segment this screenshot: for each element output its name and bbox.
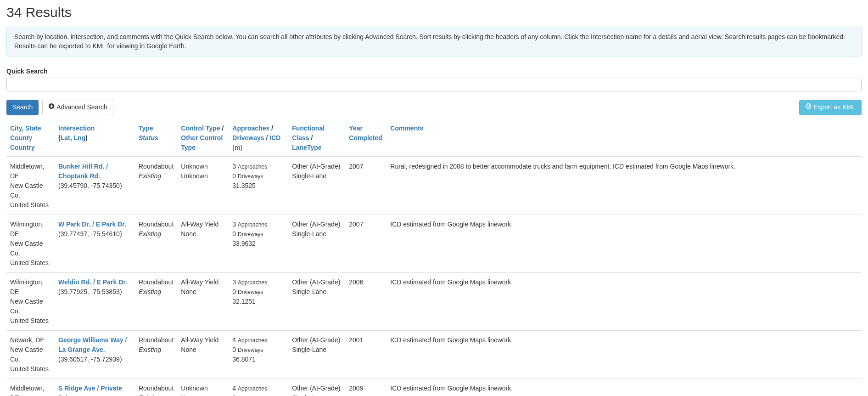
- cell-comments: ICD estimated from Google Maps linework.: [386, 215, 862, 273]
- cell-comments: ICD estimated from Google Maps linework.: [386, 379, 862, 396]
- page-title: 34 Results: [6, 5, 862, 20]
- cell-approaches: 3 Approaches0 Driveways33.9632: [229, 215, 288, 273]
- table-header-row: City, State County Country Intersection …: [6, 120, 862, 157]
- cell-functional: Other (At-Grade)Single-Lane: [288, 215, 345, 273]
- advanced-search-button[interactable]: Advanced Search: [42, 100, 113, 115]
- country: United States: [10, 316, 51, 326]
- quick-search-input[interactable]: [6, 78, 862, 91]
- header-other-control-type[interactable]: Other Control Type: [181, 134, 223, 151]
- intersection-link[interactable]: W Park Dr. / E Park Dr.: [58, 221, 126, 228]
- header-country[interactable]: Country: [10, 144, 35, 151]
- icd-value: 32.1251: [232, 297, 285, 306]
- comments: ICD estimated from Google Maps linework.: [390, 220, 858, 229]
- status: Existing: [139, 229, 174, 239]
- header-city-state[interactable]: City, State: [10, 124, 41, 132]
- cell-approaches: 3 Approaches0 Driveways32.1251: [229, 273, 288, 331]
- cell-location: Middletown, DENew Castle Co.United State…: [6, 379, 55, 396]
- cell-approaches: 4 Approaches0 Driveways36.8071: [229, 331, 288, 379]
- header-approaches[interactable]: Approaches: [232, 124, 269, 132]
- cell-type: RoundaboutExisting: [135, 379, 177, 396]
- approaches-label: Approaches: [238, 337, 267, 344]
- control-type: Unknown: [181, 384, 225, 393]
- header-lane-type[interactable]: LaneType: [292, 144, 321, 151]
- intersection-link[interactable]: S Ridge Ave / Private Driveway: [58, 385, 122, 396]
- col-control[interactable]: Control Type / Other Control Type: [177, 120, 229, 157]
- approaches-label: Approaches: [238, 221, 267, 228]
- year: 2001: [349, 335, 383, 345]
- svg-rect-2: [50, 106, 53, 107]
- toolbar: Search Advanced Search Export as KML: [6, 100, 862, 115]
- icd-value: 31.3525: [232, 181, 285, 191]
- intersection-link[interactable]: Weldin Rd. / E Park Dr.: [58, 278, 127, 286]
- cell-intersection: Weldin Rd. / E Park Dr.(39.77925, -75.53…: [55, 273, 135, 331]
- city-state: Wilmington, DE: [10, 220, 51, 239]
- latlng: (39.77437, -75.54610): [58, 229, 131, 239]
- table-row: Middletown, DENew Castle Co.United State…: [6, 157, 862, 215]
- export-kml-button[interactable]: Export as KML: [799, 100, 862, 115]
- intersection-link[interactable]: Bunker Hill Rd. / Choptank Rd.: [58, 163, 108, 180]
- header-status[interactable]: Status: [139, 134, 158, 141]
- cell-control: UnknownNone: [177, 379, 229, 396]
- lane-type: Single-Lane: [292, 171, 342, 181]
- approaches-count: 4: [232, 385, 236, 392]
- approaches-count: 3: [232, 278, 236, 286]
- status: Existing: [139, 287, 174, 297]
- col-approaches[interactable]: Approaches / Driveways / ICD (m): [229, 120, 288, 157]
- city-state: Middletown, DE: [10, 384, 51, 396]
- cell-intersection: George Williams Way / La Grange Ave.(39.…: [55, 331, 135, 379]
- col-intersection[interactable]: Intersection (Lat, Lng): [55, 120, 135, 157]
- functional-class: Other (At-Grade): [292, 384, 342, 393]
- cell-year: 2007: [345, 215, 386, 273]
- county: New Castle Co.: [10, 297, 51, 316]
- intersection-link[interactable]: George Williams Way / La Grange Ave.: [58, 336, 127, 353]
- status: Existing: [139, 393, 174, 396]
- cell-type: RoundaboutExisting: [135, 331, 177, 379]
- search-button[interactable]: Search: [6, 100, 39, 115]
- col-location[interactable]: City, State County Country: [6, 120, 55, 157]
- approaches-count: 3: [232, 163, 236, 170]
- approaches-label: Approaches: [238, 164, 267, 170]
- col-year[interactable]: Year Completed: [345, 120, 386, 157]
- col-type[interactable]: Type Status: [135, 120, 177, 157]
- control-type: All-Way Yield: [181, 220, 225, 229]
- cell-functional: Other (At-Grade)Single-Lane: [288, 379, 345, 396]
- cell-intersection: Bunker Hill Rd. / Choptank Rd.(39.45790,…: [55, 157, 135, 215]
- city-state: Wilmington, DE: [10, 277, 51, 297]
- comments: Rural, redesigned in 2008 to better acco…: [390, 162, 858, 171]
- col-comments[interactable]: Comments: [386, 120, 862, 157]
- header-comments[interactable]: Comments: [390, 124, 423, 132]
- search-button-label: Search: [12, 103, 33, 112]
- year: 2006: [349, 277, 383, 287]
- type: Roundabout: [139, 335, 174, 345]
- header-driveways[interactable]: Driveways: [232, 134, 264, 141]
- header-functional-class[interactable]: Functional Class: [292, 124, 325, 141]
- functional-class: Other (At-Grade): [292, 335, 342, 345]
- table-row: Wilmington, DENew Castle Co.United State…: [6, 215, 862, 273]
- other-control-type: None: [181, 229, 225, 239]
- header-lng[interactable]: Lng: [73, 134, 85, 141]
- driveways-label: Driveways: [238, 173, 263, 180]
- cell-location: Wilmington, DENew Castle Co.United State…: [6, 273, 55, 331]
- year: 2007: [349, 162, 383, 171]
- table-row: Middletown, DENew Castle Co.United State…: [6, 379, 862, 396]
- approaches-count: 4: [232, 336, 236, 344]
- county: New Castle Co.: [10, 345, 51, 364]
- control-type: All-Way Yield: [181, 277, 225, 287]
- table-body: Middletown, DENew Castle Co.United State…: [6, 157, 862, 396]
- lane-type: Single-Lane: [292, 229, 342, 239]
- cell-control: All-Way YieldNone: [177, 331, 229, 379]
- header-control-type[interactable]: Control Type: [181, 124, 220, 132]
- header-lat[interactable]: Lat: [61, 134, 70, 141]
- header-type[interactable]: Type: [139, 124, 153, 132]
- year: 2009: [349, 384, 383, 393]
- driveways-label: Driveways: [238, 289, 263, 295]
- cell-functional: Other (At-Grade)Single-Lane: [288, 273, 345, 331]
- col-functional[interactable]: Functional Class / LaneType: [288, 120, 345, 157]
- header-intersection[interactable]: Intersection: [58, 124, 95, 132]
- header-county[interactable]: County: [10, 134, 32, 141]
- cell-year: 2009: [345, 379, 386, 396]
- header-year[interactable]: Year Completed: [349, 124, 382, 141]
- driveways-label: Driveways: [238, 231, 263, 238]
- functional-class: Other (At-Grade): [292, 277, 342, 287]
- cell-type: RoundaboutExisting: [135, 157, 177, 215]
